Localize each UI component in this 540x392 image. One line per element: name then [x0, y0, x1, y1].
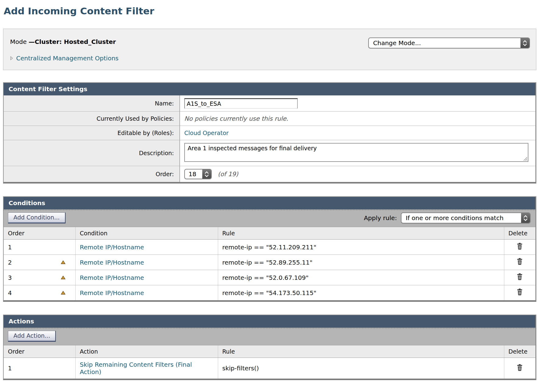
- conditions-toolbar: Add Condition... Apply rule: If one or m…: [4, 209, 535, 227]
- delete-button[interactable]: [516, 364, 523, 371]
- description-label: Description:: [4, 140, 180, 166]
- description-field-wrap: Area 1 inspected messages for final deli…: [184, 143, 528, 162]
- mode-label: Mode: [10, 38, 27, 45]
- conditions-header-row: Order Condition Rule Delete: [4, 227, 535, 240]
- change-mode-select[interactable]: Change Mode...: [368, 37, 530, 48]
- policies-value: No policies currently use this rule.: [184, 115, 288, 122]
- settings-panel-header: Content Filter Settings: [4, 83, 535, 95]
- condition-link[interactable]: Remote IP/Hostname: [80, 289, 144, 297]
- move-up-button[interactable]: [61, 260, 66, 264]
- action-link[interactable]: Skip Remaining Content Filters (Final Ac…: [80, 361, 192, 376]
- column-delete: Delete: [504, 345, 535, 358]
- actions-panel-header: Actions: [4, 315, 535, 328]
- apply-rule-value: If one or more conditions match: [401, 213, 521, 223]
- add-condition-button[interactable]: Add Condition...: [8, 212, 66, 223]
- move-up-arrow-icon: [61, 260, 66, 264]
- move-up-arrow-icon: [61, 276, 66, 280]
- mode-panel: Mode —Cluster: Hosted_Cluster Centralize…: [3, 29, 536, 70]
- column-order: Order: [4, 227, 75, 240]
- move-up-arrow-icon: [61, 291, 66, 295]
- actions-panel: Actions Add Action... Order Action Rule …: [3, 315, 536, 380]
- column-rule: Rule: [218, 345, 504, 358]
- content-filter-settings-panel: Content Filter Settings Name: Currently …: [3, 82, 536, 184]
- trash-icon: [516, 258, 523, 265]
- delete-button[interactable]: [516, 273, 523, 280]
- row-order-number: 3: [8, 274, 12, 281]
- column-rule: Rule: [218, 227, 504, 240]
- trash-icon: [516, 243, 523, 250]
- trash-icon: [516, 273, 523, 280]
- table-row: 4 Remote IP/Hostname remote-ip == "54.17…: [4, 285, 535, 301]
- move-up-button[interactable]: [61, 276, 66, 280]
- actions-table-body: 1 Skip Remaining Content Filters (Final …: [4, 358, 535, 379]
- cloud-operator-link[interactable]: Cloud Operator: [184, 130, 229, 136]
- name-label: Name:: [4, 95, 180, 112]
- condition-link[interactable]: Remote IP/Hostname: [80, 274, 144, 281]
- page-title: Add Incoming Content Filter: [4, 5, 536, 16]
- actions-header-row: Order Action Rule Delete: [4, 345, 535, 358]
- select-stepper-icon: [202, 169, 211, 179]
- table-row: 3 Remote IP/Hostname remote-ip == "52.0.…: [4, 270, 535, 285]
- disclosure-triangle-icon[interactable]: [10, 56, 13, 60]
- add-action-button[interactable]: Add Action...: [8, 331, 56, 342]
- mode-value: —Cluster: Hosted_Cluster: [29, 38, 116, 45]
- table-row: 1 Skip Remaining Content Filters (Final …: [4, 358, 535, 379]
- move-up-button[interactable]: [61, 291, 66, 295]
- description-textarea[interactable]: Area 1 inspected messages for final deli…: [184, 143, 528, 162]
- delete-button[interactable]: [516, 288, 523, 296]
- trash-icon: [516, 288, 523, 296]
- policies-label: Currently Used by Policies:: [4, 112, 180, 126]
- row-order-number: 1: [8, 244, 12, 251]
- order-label: Order:: [4, 166, 180, 182]
- conditions-table-body: 1 Remote IP/Hostname remote-ip == "52.11…: [4, 240, 535, 301]
- delete-button[interactable]: [516, 258, 523, 265]
- order-total: (of 19): [218, 170, 238, 178]
- centralized-management-options-link[interactable]: Centralized Management Options: [16, 55, 119, 62]
- apply-rule-label: Apply rule:: [364, 214, 397, 222]
- trash-icon: [516, 364, 523, 371]
- select-stepper-icon: [521, 213, 530, 223]
- table-row: 2 Remote IP/Hostname remote-ip == "52.89…: [4, 255, 535, 270]
- row-order-number: 4: [8, 289, 12, 297]
- row-order-number: 1: [8, 365, 12, 372]
- rule-text: skip-filters(): [222, 365, 259, 372]
- rule-text: remote-ip == "52.89.255.11": [222, 259, 313, 266]
- rule-text: remote-ip == "52.11.209.211": [222, 244, 316, 251]
- column-condition: Condition: [75, 227, 218, 240]
- rule-text: remote-ip == "54.173.50.115": [222, 289, 316, 297]
- rule-text: remote-ip == "52.0.67.109": [222, 274, 309, 281]
- apply-rule-select[interactable]: If one or more conditions match: [401, 212, 531, 223]
- actions-toolbar: Add Action...: [4, 328, 535, 345]
- table-row: 1 Remote IP/Hostname remote-ip == "52.11…: [4, 240, 535, 255]
- delete-button[interactable]: [516, 243, 523, 250]
- editable-roles-label: Editable by (Roles):: [4, 126, 180, 140]
- column-delete: Delete: [504, 227, 535, 240]
- row-order-number: 2: [8, 259, 12, 266]
- condition-link[interactable]: Remote IP/Hostname: [80, 259, 144, 266]
- condition-link[interactable]: Remote IP/Hostname: [80, 244, 144, 251]
- conditions-panel: Conditions Add Condition... Apply rule: …: [3, 196, 536, 302]
- name-input[interactable]: [184, 98, 298, 109]
- column-order: Order: [4, 345, 75, 358]
- order-value: 18: [185, 169, 202, 179]
- column-action: Action: [75, 345, 218, 358]
- select-stepper-icon: [520, 38, 529, 48]
- order-select[interactable]: 18: [184, 169, 212, 179]
- change-mode-value: Change Mode...: [369, 38, 520, 48]
- conditions-panel-header: Conditions: [4, 197, 535, 209]
